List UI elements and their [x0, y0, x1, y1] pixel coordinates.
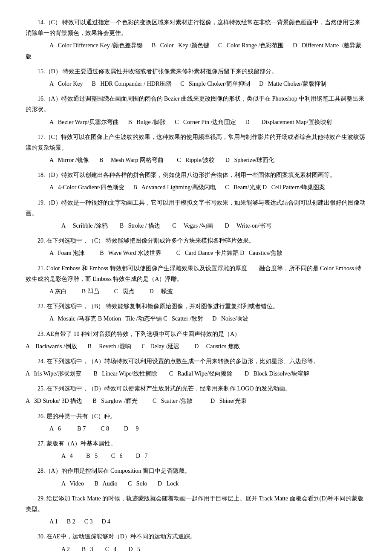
q25-text: 25. 在下列选项中，（D）特效可以使素材产生放射式的光芒，经常用来制作 LOG… [26, 383, 366, 394]
q27-text: 27. 蒙版有（A）种基本属性。 [26, 438, 366, 449]
question-16: 16.（A）特效通过调整围绕在画面周围的闭合的 Bezier 曲线来更改图像的形… [26, 93, 366, 127]
question-25: 25. 在下列选项中，（D）特效可以使素材产生放射式的光芒，经常用来制作 LOG… [26, 383, 366, 406]
q28-text: 28.（A）的作用是控制层在 Composition 窗口中是否隐藏。 [26, 465, 366, 476]
question-17: 17.（C）特效可以在图像上产生波纹的效果，这种效果的使用频率很高，常用与制作影… [26, 132, 366, 166]
q14-text: 14.（C） 特效可以通过指定一个色彩的变换区域来对素材进行抠像，这样特效经常在… [26, 17, 366, 38]
question-24: 24. 在下列选项中，（A）转场特效可以利用设置的点数生成一个用来转换的多边形，… [26, 356, 366, 379]
q30-text: 30. 在AE中，运动追踪能够对（D）种不同的运动方式追踪。 [26, 531, 366, 542]
q15-options: A Color Key B HDR Compander / HDR压缩 C Si… [26, 78, 366, 89]
q18-options: A 4-Color Gradient/四色渐变 B Advanced Light… [26, 182, 366, 193]
q19-options: A Scribble /涂鸦 B Stroke / 描边 C Vegas /勾画… [26, 220, 366, 231]
q29-options: A 1 B 2 C 3 D 4 [26, 516, 366, 527]
question-26: 26. 层的种类一共有（C）种。 A 6 B 7 C 8 D 9 [26, 411, 366, 434]
main-content: 14.（C） 特效可以通过指定一个色彩的变换区域来对素材进行抠像，这样特效经常在… [26, 17, 366, 555]
question-20: 20. 在下列选项中，（C） 特效能够把图像分割成许多个方块来模拟各种碎片效果。… [26, 235, 366, 258]
q21-options: A 灰白 B 凹凸 C 斑点 D 噪波 [26, 286, 366, 297]
q19-text: 19.（D）特效是一种很好的文字动画工具，它可以用于模拟文字书写效果，如果能够与… [26, 197, 366, 219]
q27-options: A 4 B 5 C 6 D 7 [26, 451, 366, 461]
q17-options: A Mirror /镜像 B Mesh Warp 网格弯曲 C Ripple/波… [26, 155, 366, 165]
q26-options: A 6 B 7 C 8 D 9 [26, 423, 366, 434]
question-30: 30. 在AE中，运动追踪能够对（D）种不同的运动方式追踪。 A 2 B 3 C… [26, 531, 366, 554]
q17-text: 17.（C）特效可以在图像上产生波纹的效果，这种效果的使用频率很高，常用与制作影… [26, 132, 366, 153]
q16-options: A Bezier Warp/贝塞尔弯曲 B Bulge /膨胀 C Corner… [26, 117, 366, 127]
q21-text: 21. Color Emboss 和 Emboss 特效都可以使图像产生浮雕效果… [26, 263, 366, 284]
q24-options: A Iris Wipe/形状划变 B Linear Wipe/线性擦除 C Ra… [26, 368, 366, 379]
question-15: 15.（D） 特效主要通过修改属性并收缩或者扩张像素来修补素材抠像后留下来的残留… [26, 66, 366, 89]
q25-options: A 3D Stroke/ 3D 描边 B Starglow /辉光 C Scat… [26, 396, 366, 406]
question-21: 21. Color Emboss 和 Emboss 特效都可以使图像产生浮雕效果… [26, 263, 366, 297]
question-27: 27. 蒙版有（A）种基本属性。 A 4 B 5 C 6 D 7 [26, 438, 366, 461]
q18-text: 18.（D）特效可以创建出各种各样的拼合图案，例如使用八边形拼合物体，利用一些固… [26, 170, 366, 180]
q20-options: A Foam 泡沫 B Wave Word 水波世界 C Card Dance … [26, 248, 366, 258]
q30-options: A 2 B 3 C 4 D 5 [26, 544, 366, 555]
question-18: 18.（D）特效可以创建出各种各样的拼合图案，例如使用八边形拼合物体，利用一些固… [26, 170, 366, 193]
question-22: 22. 在下列选项中，（B） 特效能够复制和镜像原始图像，并对图像进行重复排列或… [26, 301, 366, 324]
q23-text: 23. AE自带了 10 种针对音频的特效，下列选项中可以产生回声特效的是（A） [26, 329, 366, 339]
q29-text: 29. 给层添加 Track Matte 的时候，轨迹蒙版就会随着动画一起作用于… [26, 493, 366, 515]
question-14: 14.（C） 特效可以通过指定一个色彩的变换区域来对素材进行抠像，这样特效经常在… [26, 17, 366, 62]
q28-options: A Video B Audio C Solo D Lock [26, 478, 366, 489]
q22-text: 22. 在下列选项中，（B） 特效能够复制和镜像原始图像，并对图像进行重复排列或… [26, 301, 366, 312]
q23-options: A Backwards /倒放 B Reverb /混响 C Delay /延迟… [26, 341, 366, 352]
question-29: 29. 给层添加 Track Matte 的时候，轨迹蒙版就会随着动画一起作用于… [26, 493, 366, 527]
q26-text: 26. 层的种类一共有（C）种。 [26, 411, 366, 422]
q20-text: 20. 在下列选项中，（C） 特效能够把图像分割成许多个方块来模拟各种碎片效果。 [26, 235, 366, 246]
q14-options: A Color Difference Key /颜色差异键 B Color Ke… [26, 40, 366, 61]
q24-text: 24. 在下列选项中，（A）转场特效可以利用设置的点数生成一个用来转换的多边形，… [26, 356, 366, 367]
q16-text: 16.（A）特效通过调整围绕在画面周围的闭合的 Bezier 曲线来更改图像的形… [26, 93, 366, 115]
q22-options: A Mosaic /马赛克 B Motion Tile /动态平铺 C Scat… [26, 313, 366, 324]
q15-text: 15.（D） 特效主要通过修改属性并收缩或者扩张像素来修补素材抠像后留下来的残留… [26, 66, 366, 77]
question-23: 23. AE自带了 10 种针对音频的特效，下列选项中可以产生回声特效的是（A）… [26, 329, 366, 352]
question-19: 19.（D）特效是一种很好的文字动画工具，它可以用于模拟文字书写效果，如果能够与… [26, 197, 366, 231]
question-28: 28.（A）的作用是控制层在 Composition 窗口中是否隐藏。 A Vi… [26, 465, 366, 489]
